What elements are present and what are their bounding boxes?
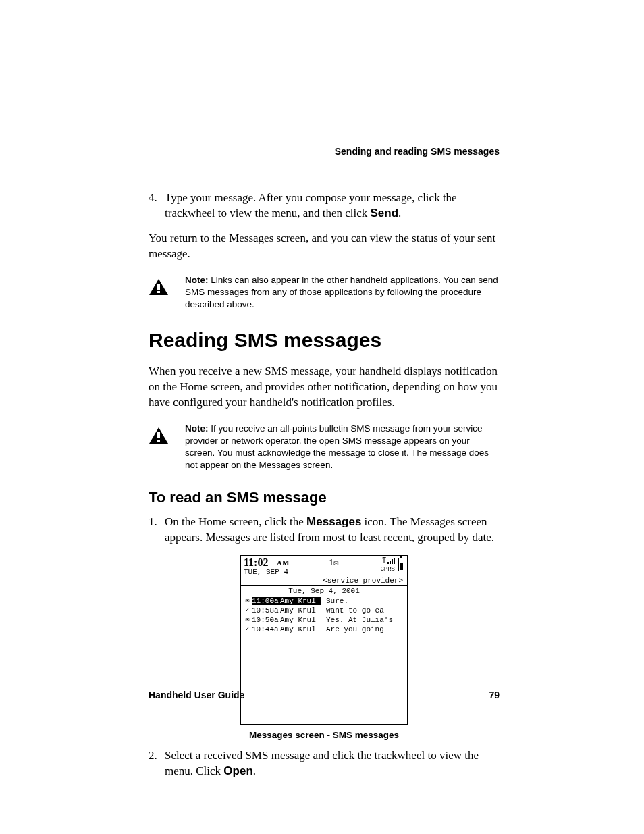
clock-time: 11:02 — [244, 556, 268, 569]
message-preview: Are you going — [321, 625, 405, 634]
message-preview: Want to go ea — [321, 606, 405, 615]
warning-icon — [149, 278, 169, 296]
svg-rect-5 — [157, 440, 160, 442]
section-heading: Reading SMS messages — [149, 327, 500, 355]
message-status-icon: ✓ — [243, 625, 252, 633]
note-label: Note: — [185, 423, 209, 434]
step-text: On the Home screen, click the Messages i… — [165, 515, 500, 546]
service-provider: <service provider> — [241, 577, 407, 585]
page-footer: Handheld User Guide 79 — [149, 689, 500, 702]
unread-count: 1✉ — [329, 559, 338, 569]
clock-ampm: AM — [277, 558, 289, 567]
return-paragraph: You return to the Messages screen, and y… — [149, 231, 500, 262]
subsection-heading: To read an SMS message — [149, 488, 500, 508]
message-row: ✉10:50aAmy KrulYes. At Julia's — [241, 615, 407, 625]
envelope-icon: ✉ — [333, 558, 338, 568]
step-text: Type your message. After you compose you… — [165, 190, 500, 221]
message-row: ✓10:58aAmy KrulWant to go ea — [241, 606, 407, 615]
network-label: GPRS — [380, 566, 395, 573]
step-4: 4. Type your message. After you compose … — [149, 190, 500, 221]
message-time: 10:58a — [252, 606, 280, 615]
note-block-2: Note: If you receive an all-points bulle… — [149, 423, 500, 472]
figure-caption: Messages screen - SMS messages — [149, 729, 500, 741]
running-header: Sending and reading SMS messages — [149, 145, 500, 158]
message-status-icon: ✉ — [243, 597, 252, 605]
step-number: 1. — [149, 515, 165, 546]
message-sender: Amy Krul — [280, 597, 321, 606]
svg-rect-2 — [157, 291, 160, 293]
text-fragment: On the Home screen, click the — [165, 515, 306, 528]
svg-rect-4 — [157, 432, 160, 438]
message-preview: Sure. — [321, 597, 405, 606]
text-fragment: Type your message. After you compose you… — [165, 191, 457, 219]
note-block-1: Note: Links can also appear in the other… — [149, 274, 500, 311]
message-time: 10:44a — [252, 625, 280, 634]
message-status-icon: ✓ — [243, 606, 252, 615]
message-sender: Amy Krul — [280, 616, 321, 625]
date-header: Tue, Sep 4, 2001 — [241, 586, 407, 596]
footer-title: Handheld User Guide — [149, 689, 244, 702]
clock-date: TUE, SEP 4 — [244, 568, 288, 577]
message-preview: Yes. At Julia's — [321, 616, 405, 625]
step-number: 2. — [149, 748, 165, 779]
message-row: ✓10:44aAmy KrulAre you going — [241, 625, 407, 634]
step-number: 4. — [149, 190, 165, 221]
intro-paragraph: When you receive a new SMS message, your… — [149, 364, 500, 411]
message-time: 11:00a — [252, 597, 280, 606]
note-text: If you receive an all-points bulletin SM… — [185, 423, 489, 471]
note-label: Note: — [185, 275, 209, 285]
send-label: Send — [370, 207, 398, 219]
text-fragment: Select a received SMS message and click … — [165, 749, 479, 777]
svg-rect-1 — [157, 284, 160, 290]
warning-icon — [149, 427, 169, 444]
text-fragment: . — [253, 764, 256, 777]
messages-label: Messages — [306, 515, 361, 528]
text-fragment: . — [398, 207, 401, 219]
open-label: Open — [223, 764, 252, 777]
message-row: ✉11:00aAmy KrulSure. — [241, 596, 407, 606]
step-2: 2. Select a received SMS message and cli… — [149, 748, 500, 779]
message-sender: Amy Krul — [280, 606, 321, 615]
page-number: 79 — [489, 689, 500, 702]
message-status-icon: ✉ — [243, 616, 252, 624]
message-sender: Amy Krul — [280, 625, 321, 634]
step-1: 1. On the Home screen, click the Message… — [149, 515, 500, 546]
step-text: Select a received SMS message and click … — [165, 748, 500, 779]
message-time: 10:50a — [252, 616, 280, 625]
note-text: Links can also appear in the other handh… — [185, 275, 498, 309]
signal-icon: Ƭ — [382, 558, 395, 564]
battery-icon — [398, 558, 404, 571]
